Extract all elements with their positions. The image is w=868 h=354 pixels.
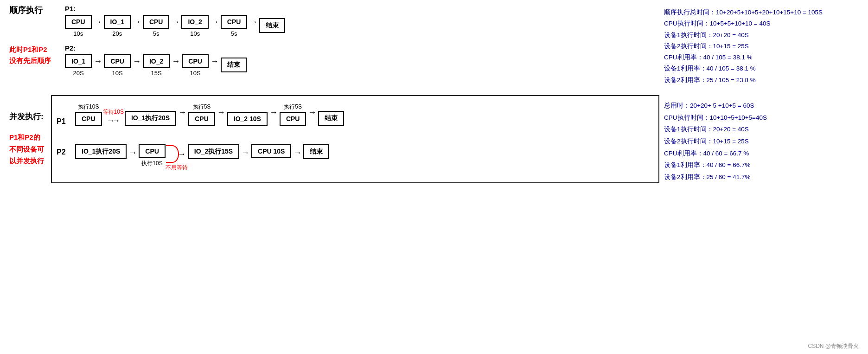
arrow: → xyxy=(249,17,257,27)
flow-item: IO_2 15S xyxy=(143,54,170,77)
p2-end-block: 结束 xyxy=(303,144,329,159)
flow-box-p2-end: 结束 xyxy=(221,58,247,72)
flow-time: 10s xyxy=(73,30,83,37)
flow-box-cpu2: CPU xyxy=(143,15,170,29)
arrow: → xyxy=(94,17,102,27)
arrow: → xyxy=(128,148,137,158)
arrow: → xyxy=(172,57,180,66)
p1-label: P1: xyxy=(65,5,285,13)
arrow: → xyxy=(171,17,179,27)
red-note: 此时P1和P2 没有先后顺序 xyxy=(9,44,51,66)
wait-arrow-annotated: 等待10S → → xyxy=(103,108,124,126)
arrow: → xyxy=(217,108,225,117)
concurrent-red-note: P1和P2的 不同设备可 以并发执行 xyxy=(9,131,49,167)
red-arc xyxy=(166,145,179,163)
flow-time: 10S xyxy=(190,70,200,77)
flow-box-p1c-cpu1: CPU xyxy=(75,112,102,126)
arrow: → xyxy=(94,57,102,66)
p2-label-conc: P2 xyxy=(57,148,70,156)
stat-line: CPU利用率：40 / 60 = 66.7 % xyxy=(664,148,859,160)
bottom-stats: 总用时：20+20+ 5 +10+5 = 60S CPU执行时间：10+10+5… xyxy=(664,95,859,183)
flow-box-p1c-io1: IO_1执行20S xyxy=(125,111,176,126)
p2-container: P2: IO_1 20S → CPU 10S → xyxy=(65,44,247,77)
arrow-sym2: → xyxy=(112,116,120,126)
arrow: → xyxy=(178,108,186,117)
stat-line: 设备2利用率：25 / 105 = 23.8 % xyxy=(664,75,859,86)
flow-box-p2-io1: IO_1 xyxy=(65,54,92,68)
flow-time: 20S xyxy=(73,70,84,77)
red-arc-wrapper: → 不用等待 xyxy=(166,144,188,172)
flow-box-io1: IO_1 xyxy=(104,15,131,29)
stat-line: 顺序执行总时间：10+20+5+10+5+20+10+15+10 = 105S xyxy=(664,7,859,18)
flow-box-p1c-io2: IO_2 10S xyxy=(227,112,268,126)
annotation-exec10: 执行10S xyxy=(78,103,99,111)
stat-line: 设备2执行时间：10+15 = 25S xyxy=(664,135,859,148)
flow-time: 20s xyxy=(112,30,122,37)
p2-io1-block: IO_1执行20S xyxy=(75,144,127,159)
flow-box-p1c-end: 结束 xyxy=(318,111,344,126)
flow-item: CPU 10S xyxy=(182,54,209,77)
concurrent-box: P1 执行10S CPU 等待10S → → IO_1执行2 xyxy=(51,95,659,183)
flow-box-p2-io2: IO_2 xyxy=(143,54,170,68)
p1-label-conc: P1 xyxy=(57,117,70,126)
p2-cpu2-block: CPU 10S xyxy=(251,144,291,158)
stat-line: 总用时：20+20+ 5 +10+5 = 60S xyxy=(664,100,859,112)
bottom-section: 并发执行: P1和P2的 不同设备可 以并发执行 P1 执行10S CPU 等待… xyxy=(9,95,859,183)
flow-box-p2c-io2: IO_2执行15S xyxy=(188,144,239,159)
flow-time: 10s xyxy=(190,30,200,37)
p1-cpu3-block: 执行5S CPU xyxy=(280,103,306,126)
flow-item: CPU 5s xyxy=(221,15,248,37)
cpu-sub-label: 执行10S xyxy=(141,160,162,167)
p2-row: 此时P1和P2 没有先后顺序 P2: IO_1 20S → CPU 10S xyxy=(9,44,664,77)
stat-line: 设备1利用率：40 / 105 = 38.1 % xyxy=(664,63,859,74)
flow-box-p2c-cpu2: CPU 10S xyxy=(251,144,291,158)
flow-time: 5s xyxy=(153,30,160,37)
annotation-empty3 xyxy=(331,103,332,110)
p1-cpu2-block: 执行5S CPU xyxy=(188,103,215,126)
no-wait-label: 不用等待 xyxy=(166,164,188,172)
flow-time: 10S xyxy=(112,70,123,77)
arrow: → xyxy=(241,148,249,158)
flow-item: CPU 10S xyxy=(104,54,131,77)
flow-item: CPU 10s xyxy=(65,15,92,37)
p2-flow: IO_1 20S → CPU 10S → IO_2 15S → xyxy=(65,54,247,77)
flow-item: IO_2 10s xyxy=(181,15,208,37)
top-stats: 顺序执行总时间：10+20+5+10+5+20+10+15+10 = 105S … xyxy=(664,5,859,86)
flow-item: 结束 xyxy=(259,18,285,34)
flow-box-p2c-io1: IO_1执行20S xyxy=(75,144,127,159)
flow-box-p2-cpu1: CPU xyxy=(104,54,131,68)
seq-label: 顺序执行 xyxy=(9,5,56,16)
arrow-after-arc: → xyxy=(178,149,186,159)
flow-item: IO_1 20S xyxy=(65,54,92,77)
seq-header-row: 顺序执行 P1: CPU 10s → IO_1 20s → xyxy=(9,5,664,37)
flow-box-p2c-cpu: CPU xyxy=(139,144,166,158)
annotation-exec5: 执行5S xyxy=(193,103,211,111)
stat-line: CPU利用率：40 / 105 = 38.1 % xyxy=(664,52,859,63)
arrow: → xyxy=(269,108,278,117)
watermark: CSDN @青顿淡骨火 xyxy=(808,342,859,350)
concurrent-label: 并发执行: xyxy=(9,111,49,122)
p2-label: P2: xyxy=(65,44,247,52)
arrow: → xyxy=(133,57,141,66)
arrow: → xyxy=(211,17,219,27)
annotation-empty2 xyxy=(247,104,248,111)
flow-box-p2-cpu2: CPU xyxy=(182,54,209,68)
flow-box-end1: 结束 xyxy=(259,18,285,33)
p2-cpu-block: CPU 执行10S xyxy=(139,144,166,167)
p1-end-block: 结束 xyxy=(318,103,344,126)
arc-row: → xyxy=(167,145,186,163)
arrow: → xyxy=(211,57,219,66)
bottom-left-label: 并发执行: P1和P2的 不同设备可 以并发执行 xyxy=(9,95,49,183)
flow-box-cpu1: CPU xyxy=(65,15,92,29)
flow-time: 5s xyxy=(231,30,237,37)
flow-item: IO_1 20s xyxy=(104,15,131,37)
wait-text: 等待10S xyxy=(103,108,124,116)
p1-concurrent-flow: P1 执行10S CPU 等待10S → → IO_1执行2 xyxy=(57,103,649,126)
stat-line: 设备1执行时间：20+20 = 40S xyxy=(664,30,859,41)
p1-flow: CPU 10s → IO_1 20s → CPU 5s → xyxy=(65,15,285,37)
stat-line: 设备1利用率：40 / 60 = 66.7% xyxy=(664,159,859,171)
stat-line: 设备2利用率：25 / 60 = 41.7% xyxy=(664,171,859,183)
top-left: 顺序执行 P1: CPU 10s → IO_1 20s → xyxy=(9,5,664,86)
arrow: → xyxy=(308,108,316,117)
annotation-empty xyxy=(150,103,151,110)
